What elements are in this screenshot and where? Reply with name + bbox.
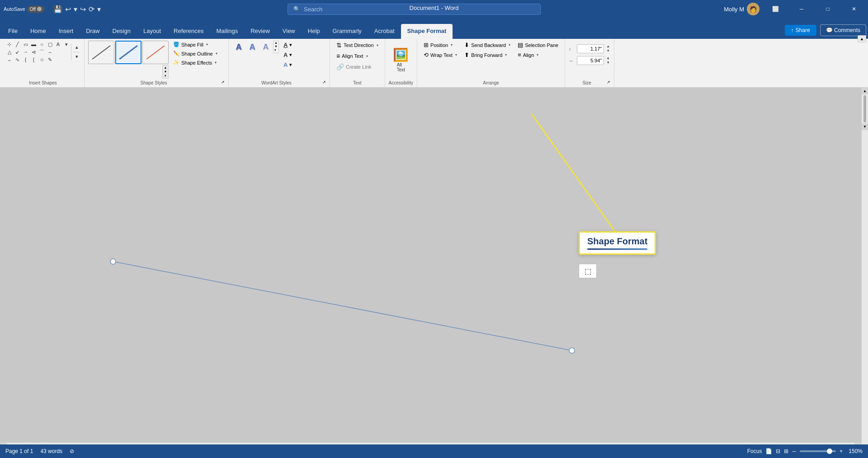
- wa-swatch-2[interactable]: A: [246, 41, 259, 53]
- styles-scroll[interactable]: ▲ ▼ ▾: [162, 65, 169, 79]
- save-icon[interactable]: 💾: [53, 5, 62, 14]
- tab-acrobat[interactable]: Acrobat: [368, 24, 401, 39]
- scroll-thumb[interactable]: [863, 95, 866, 122]
- search-input[interactable]: [304, 6, 535, 13]
- shape-text-icon[interactable]: A: [54, 41, 62, 48]
- shape-line-icon[interactable]: ╱: [14, 41, 21, 48]
- text-fill-button[interactable]: A ▾: [281, 41, 326, 49]
- position-button[interactable]: ⊞ Position ▾: [421, 41, 460, 49]
- undo-icon[interactable]: ↩: [65, 5, 71, 14]
- redo-icon[interactable]: ↪: [80, 5, 86, 14]
- shape-arc-icon[interactable]: ⌣: [5, 56, 13, 63]
- zoom-out-icon[interactable]: ─: [792, 448, 796, 454]
- view-mode-layout-icon[interactable]: ⊟: [776, 448, 780, 454]
- shape-brace-icon[interactable]: {: [22, 56, 29, 63]
- tab-view[interactable]: View: [276, 24, 302, 39]
- tab-grammarly[interactable]: Grammarly: [326, 24, 368, 39]
- alt-text-button[interactable]: 🖼️ AltText: [389, 46, 412, 74]
- tab-mailings[interactable]: Mailings: [210, 24, 245, 39]
- send-backward-button[interactable]: ⬇ Send Backward ▾: [462, 41, 513, 49]
- shape-select-icon[interactable]: ⊹: [5, 41, 13, 48]
- tab-help[interactable]: Help: [302, 24, 326, 39]
- width-up[interactable]: ▲: [606, 56, 610, 61]
- tab-file[interactable]: File: [2, 24, 24, 39]
- wa-scroll[interactable]: ▲ ▼ ▾: [273, 41, 279, 53]
- share-button[interactable]: ↑ Share: [785, 25, 816, 36]
- shape-expand-icon[interactable]: ▴: [73, 44, 80, 51]
- zoom-in-icon[interactable]: +: [840, 448, 843, 454]
- tab-layout[interactable]: Layout: [137, 24, 167, 39]
- tab-design[interactable]: Design: [106, 24, 137, 39]
- wa-expand[interactable]: ▾: [274, 48, 278, 52]
- shape-styles-expand[interactable]: ↗: [221, 80, 225, 84]
- text-effects-button[interactable]: A ▾: [281, 61, 326, 69]
- shape-line[interactable]: [0, 88, 868, 449]
- style-swatch-2[interactable]: [115, 41, 142, 64]
- search-bar[interactable]: 🔍: [288, 4, 541, 15]
- create-link-button[interactable]: 🔗 Create Link: [334, 62, 374, 71]
- ribbon-collapse-button[interactable]: ▲: [858, 35, 866, 42]
- vertical-scrollbar[interactable]: ▲ ▼: [861, 88, 868, 449]
- undo-arrow-icon[interactable]: ▾: [74, 5, 77, 14]
- shape-edit-icon[interactable]: ✎: [46, 56, 54, 63]
- minimize-button[interactable]: ─: [791, 0, 812, 18]
- shape-collapse-icon[interactable]: ▾: [73, 53, 80, 61]
- shape-rounded-icon[interactable]: ▢: [46, 41, 54, 48]
- bring-forward-button[interactable]: ⬆ Bring Forward ▾: [462, 51, 513, 59]
- tab-insert[interactable]: Insert: [52, 24, 80, 39]
- wa-scroll-up[interactable]: ▲: [274, 41, 278, 44]
- tab-home[interactable]: Home: [24, 24, 52, 39]
- scroll-up-button[interactable]: ▲: [862, 88, 868, 94]
- shape-star-icon[interactable]: ☆: [38, 56, 46, 63]
- shape-chevron-icon[interactable]: ⊲: [30, 48, 38, 56]
- shape-tri-icon[interactable]: △: [5, 48, 13, 56]
- text-outline-button[interactable]: A ▾: [281, 51, 326, 59]
- width-input[interactable]: [577, 56, 604, 65]
- shape-rect2-icon[interactable]: ▬: [30, 41, 38, 48]
- scroll-down-button[interactable]: ▼: [862, 123, 868, 130]
- size-expand[interactable]: ↗: [607, 80, 610, 84]
- wordart-expand[interactable]: ↗: [322, 80, 326, 84]
- shape-effects-button[interactable]: ✨ Shape Effects ▾: [170, 59, 225, 66]
- styles-scroll-down[interactable]: ▼: [163, 70, 168, 74]
- text-direction-button[interactable]: ⇅ Text Direction ▾: [334, 41, 381, 50]
- shape-bracket-icon[interactable]: [: [30, 56, 38, 63]
- height-down[interactable]: ▼: [606, 49, 610, 53]
- align-button[interactable]: ≡ Align ▾: [515, 51, 561, 59]
- customize-icon[interactable]: ▾: [97, 5, 101, 14]
- tab-shape-format[interactable]: Shape Format: [401, 24, 453, 39]
- shape-arrow-icon[interactable]: →: [22, 48, 29, 56]
- wa-swatch-1[interactable]: A: [232, 41, 245, 53]
- shape-curly-icon[interactable]: ↙: [14, 48, 21, 56]
- view-mode-web-icon[interactable]: ⊞: [784, 448, 788, 454]
- zoom-level[interactable]: 150%: [846, 448, 863, 454]
- shape-flow-icon[interactable]: ⌢: [46, 48, 54, 56]
- style-swatch-3[interactable]: [142, 41, 169, 64]
- tab-draw[interactable]: Draw: [80, 24, 106, 39]
- align-text-button[interactable]: ≡ Align Text ▾: [334, 51, 371, 61]
- shape-pentagon-icon[interactable]: ⌒: [38, 48, 46, 56]
- selection-pane-button[interactable]: ▤ Selection Pane: [515, 41, 561, 49]
- shape-outline-button[interactable]: ✏️ Shape Outline ▾: [170, 50, 225, 57]
- autosave-toggle[interactable]: Off: [27, 6, 44, 13]
- height-up[interactable]: ▲: [606, 44, 610, 49]
- wrap-text-button[interactable]: ⟲ Wrap Text ▾: [421, 51, 460, 59]
- restore-button[interactable]: ⬜: [765, 0, 786, 18]
- width-down[interactable]: ▼: [606, 61, 610, 65]
- maximize-button[interactable]: □: [817, 0, 838, 18]
- zoom-slider[interactable]: [800, 450, 836, 452]
- view-mode-read-icon[interactable]: 📄: [765, 448, 772, 454]
- styles-expand[interactable]: ▾: [163, 74, 168, 78]
- height-input[interactable]: [577, 44, 604, 53]
- styles-scroll-up[interactable]: ▲: [163, 65, 168, 70]
- shape-circle-icon[interactable]: ○: [38, 41, 46, 48]
- wa-scroll-down[interactable]: ▼: [274, 45, 278, 48]
- focus-button[interactable]: Focus: [747, 448, 762, 454]
- repeat-icon[interactable]: ⟳: [89, 5, 94, 14]
- shape-wave-icon[interactable]: ∿: [14, 56, 21, 63]
- style-swatch-1[interactable]: [88, 41, 114, 64]
- shape-rect-icon[interactable]: ▭: [22, 41, 29, 48]
- tab-references[interactable]: References: [167, 24, 210, 39]
- shape-fill-button[interactable]: 🪣 Shape Fill ▾: [170, 41, 225, 48]
- tab-review[interactable]: Review: [244, 24, 276, 39]
